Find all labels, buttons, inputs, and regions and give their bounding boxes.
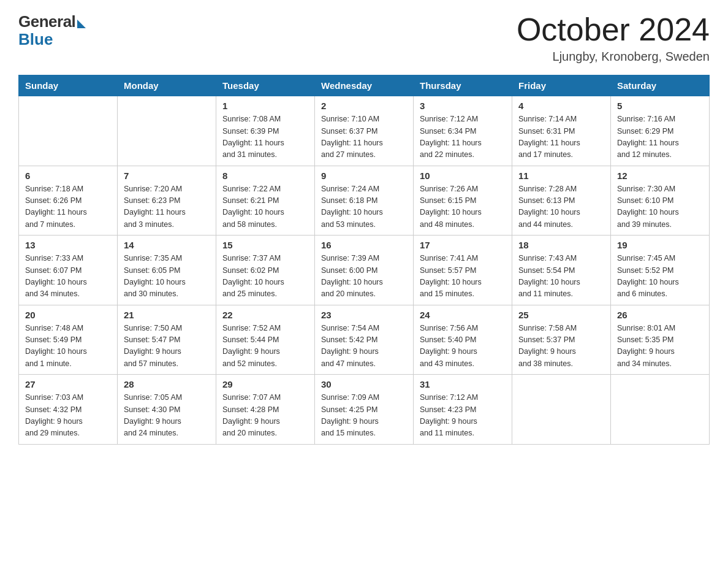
header-tuesday: Tuesday	[216, 75, 315, 96]
title-area: October 2024 Ljungby, Kronoberg, Sweden	[517, 12, 710, 64]
header-sunday: Sunday	[19, 75, 118, 96]
day-number: 18	[518, 240, 604, 250]
day-number: 15	[222, 240, 308, 250]
day-number: 11	[518, 170, 604, 181]
sun-info: Sunrise: 7:12 AM Sunset: 4:23 PM Dayligh…	[420, 392, 506, 440]
day-number: 31	[420, 379, 506, 389]
day-number: 23	[321, 310, 407, 320]
logo-arrow-icon	[77, 20, 86, 28]
day-number: 25	[518, 310, 604, 320]
sun-info: Sunrise: 7:30 AM Sunset: 6:10 PM Dayligh…	[617, 183, 703, 231]
sun-info: Sunrise: 7:54 AM Sunset: 5:42 PM Dayligh…	[321, 323, 407, 370]
calendar-cell: 8Sunrise: 7:22 AM Sunset: 6:21 PM Daylig…	[216, 166, 315, 236]
day-number: 22	[222, 310, 308, 320]
calendar-header: SundayMondayTuesdayWednesdayThursdayFrid…	[19, 75, 710, 96]
sun-info: Sunrise: 7:41 AM Sunset: 5:57 PM Dayligh…	[420, 253, 506, 301]
day-number: 2	[321, 101, 407, 111]
calendar-cell: 26Sunrise: 8:01 AM Sunset: 5:35 PM Dayli…	[611, 305, 710, 375]
header-row: SundayMondayTuesdayWednesdayThursdayFrid…	[19, 75, 710, 96]
calendar-week-row: 20Sunrise: 7:48 AM Sunset: 5:49 PM Dayli…	[19, 305, 710, 375]
calendar-cell: 30Sunrise: 7:09 AM Sunset: 4:25 PM Dayli…	[315, 375, 414, 445]
calendar-cell: 3Sunrise: 7:12 AM Sunset: 6:34 PM Daylig…	[414, 96, 512, 166]
sun-info: Sunrise: 7:48 AM Sunset: 5:49 PM Dayligh…	[25, 323, 111, 370]
day-number: 29	[222, 379, 308, 389]
sun-info: Sunrise: 7:56 AM Sunset: 5:40 PM Dayligh…	[420, 323, 506, 370]
calendar-cell	[118, 96, 216, 166]
header-friday: Friday	[512, 75, 611, 96]
sun-info: Sunrise: 7:07 AM Sunset: 4:28 PM Dayligh…	[222, 392, 308, 440]
calendar-cell	[19, 96, 118, 166]
sun-info: Sunrise: 7:18 AM Sunset: 6:26 PM Dayligh…	[25, 183, 111, 231]
day-number: 6	[25, 170, 111, 181]
calendar-week-row: 6Sunrise: 7:18 AM Sunset: 6:26 PM Daylig…	[19, 166, 710, 236]
day-number: 28	[124, 379, 210, 389]
calendar-cell: 9Sunrise: 7:24 AM Sunset: 6:18 PM Daylig…	[315, 166, 414, 236]
day-number: 16	[321, 240, 407, 250]
calendar-week-row: 1Sunrise: 7:08 AM Sunset: 6:39 PM Daylig…	[19, 96, 710, 166]
calendar-cell: 25Sunrise: 7:58 AM Sunset: 5:37 PM Dayli…	[512, 305, 611, 375]
sun-info: Sunrise: 7:08 AM Sunset: 6:39 PM Dayligh…	[222, 113, 308, 161]
day-number: 19	[617, 240, 703, 250]
logo-general-text: General	[18, 12, 75, 31]
day-number: 12	[617, 170, 703, 181]
calendar-body: 1Sunrise: 7:08 AM Sunset: 6:39 PM Daylig…	[19, 96, 710, 445]
sun-info: Sunrise: 7:05 AM Sunset: 4:30 PM Dayligh…	[124, 392, 210, 440]
calendar-cell: 11Sunrise: 7:28 AM Sunset: 6:13 PM Dayli…	[512, 166, 611, 236]
sun-info: Sunrise: 7:12 AM Sunset: 6:34 PM Dayligh…	[420, 113, 506, 161]
calendar-cell: 16Sunrise: 7:39 AM Sunset: 6:00 PM Dayli…	[315, 236, 414, 305]
calendar-table: SundayMondayTuesdayWednesdayThursdayFrid…	[18, 75, 710, 445]
day-number: 14	[124, 240, 210, 250]
sun-info: Sunrise: 7:24 AM Sunset: 6:18 PM Dayligh…	[321, 183, 407, 231]
sun-info: Sunrise: 7:39 AM Sunset: 6:00 PM Dayligh…	[321, 253, 407, 301]
location-text: Ljungby, Kronoberg, Sweden	[517, 50, 710, 64]
day-number: 13	[25, 240, 111, 250]
day-number: 21	[124, 310, 210, 320]
day-number: 5	[617, 101, 703, 111]
calendar-cell: 31Sunrise: 7:12 AM Sunset: 4:23 PM Dayli…	[414, 375, 512, 445]
day-number: 30	[321, 379, 407, 389]
calendar-cell: 14Sunrise: 7:35 AM Sunset: 6:05 PM Dayli…	[118, 236, 216, 305]
calendar-cell: 24Sunrise: 7:56 AM Sunset: 5:40 PM Dayli…	[414, 305, 512, 375]
day-number: 27	[25, 379, 111, 389]
calendar-cell: 7Sunrise: 7:20 AM Sunset: 6:23 PM Daylig…	[118, 166, 216, 236]
sun-info: Sunrise: 7:43 AM Sunset: 5:54 PM Dayligh…	[518, 253, 604, 301]
month-title: October 2024	[517, 12, 710, 47]
sun-info: Sunrise: 7:26 AM Sunset: 6:15 PM Dayligh…	[420, 183, 506, 231]
header-wednesday: Wednesday	[315, 75, 414, 96]
sun-info: Sunrise: 7:58 AM Sunset: 5:37 PM Dayligh…	[518, 323, 604, 370]
sun-info: Sunrise: 7:20 AM Sunset: 6:23 PM Dayligh…	[124, 183, 210, 231]
day-number: 8	[222, 170, 308, 181]
sun-info: Sunrise: 7:50 AM Sunset: 5:47 PM Dayligh…	[124, 323, 210, 370]
sun-info: Sunrise: 7:03 AM Sunset: 4:32 PM Dayligh…	[25, 392, 111, 440]
calendar-week-row: 13Sunrise: 7:33 AM Sunset: 6:07 PM Dayli…	[19, 236, 710, 305]
calendar-cell	[611, 375, 710, 445]
logo-blue-text: Blue	[18, 30, 53, 49]
calendar-cell: 28Sunrise: 7:05 AM Sunset: 4:30 PM Dayli…	[118, 375, 216, 445]
sun-info: Sunrise: 7:22 AM Sunset: 6:21 PM Dayligh…	[222, 183, 308, 231]
calendar-week-row: 27Sunrise: 7:03 AM Sunset: 4:32 PM Dayli…	[19, 375, 710, 445]
sun-info: Sunrise: 7:16 AM Sunset: 6:29 PM Dayligh…	[617, 113, 703, 161]
sun-info: Sunrise: 7:09 AM Sunset: 4:25 PM Dayligh…	[321, 392, 407, 440]
calendar-cell: 4Sunrise: 7:14 AM Sunset: 6:31 PM Daylig…	[512, 96, 611, 166]
calendar-cell: 2Sunrise: 7:10 AM Sunset: 6:37 PM Daylig…	[315, 96, 414, 166]
sun-info: Sunrise: 7:45 AM Sunset: 5:52 PM Dayligh…	[617, 253, 703, 301]
day-number: 1	[222, 101, 308, 111]
sun-info: Sunrise: 7:14 AM Sunset: 6:31 PM Dayligh…	[518, 113, 604, 161]
day-number: 3	[420, 101, 506, 111]
calendar-cell	[512, 375, 611, 445]
calendar-cell: 1Sunrise: 7:08 AM Sunset: 6:39 PM Daylig…	[216, 96, 315, 166]
day-number: 26	[617, 310, 703, 320]
calendar-cell: 13Sunrise: 7:33 AM Sunset: 6:07 PM Dayli…	[19, 236, 118, 305]
calendar-cell: 20Sunrise: 7:48 AM Sunset: 5:49 PM Dayli…	[19, 305, 118, 375]
calendar-cell: 21Sunrise: 7:50 AM Sunset: 5:47 PM Dayli…	[118, 305, 216, 375]
calendar-cell: 29Sunrise: 7:07 AM Sunset: 4:28 PM Dayli…	[216, 375, 315, 445]
sun-info: Sunrise: 7:10 AM Sunset: 6:37 PM Dayligh…	[321, 113, 407, 161]
day-number: 24	[420, 310, 506, 320]
day-number: 10	[420, 170, 506, 181]
calendar-cell: 6Sunrise: 7:18 AM Sunset: 6:26 PM Daylig…	[19, 166, 118, 236]
sun-info: Sunrise: 7:37 AM Sunset: 6:02 PM Dayligh…	[222, 253, 308, 301]
calendar-cell: 12Sunrise: 7:30 AM Sunset: 6:10 PM Dayli…	[611, 166, 710, 236]
sun-info: Sunrise: 8:01 AM Sunset: 5:35 PM Dayligh…	[617, 323, 703, 370]
sun-info: Sunrise: 7:28 AM Sunset: 6:13 PM Dayligh…	[518, 183, 604, 231]
day-number: 17	[420, 240, 506, 250]
